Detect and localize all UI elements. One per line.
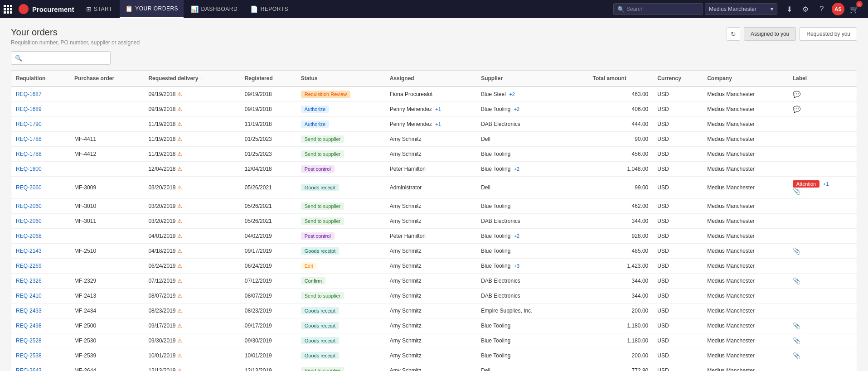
attach-icon: 📎 <box>793 352 800 359</box>
warning-icon: ⚠ <box>177 337 182 344</box>
requisition-cell[interactable]: REQ-2143 <box>11 244 70 259</box>
download-icon[interactable]: ⬇ <box>783 3 795 15</box>
po-cell <box>70 229 144 244</box>
requisition-cell[interactable]: REQ-2269 <box>11 259 70 274</box>
requested-delivery-cell: 03/20/2019 ⚠ <box>144 214 240 229</box>
amount-cell: 90.00 <box>588 132 653 147</box>
requisition-cell[interactable]: REQ-2538 <box>11 348 70 363</box>
requisition-cell[interactable]: REQ-2060 <box>11 199 70 214</box>
table-row[interactable]: REQ-206804/01/2019 ⚠04/02/2019Post contr… <box>11 229 857 244</box>
label-cell <box>788 117 857 132</box>
currency-cell: USD <box>653 229 703 244</box>
nav-your-orders[interactable]: 📋 YOUR ORDERS <box>120 0 184 18</box>
requisition-cell[interactable]: REQ-2433 <box>11 304 70 318</box>
amount-cell: 1,180.00 <box>588 333 653 348</box>
table-row[interactable]: REQ-2060MF-301003/20/2019 ⚠05/26/2021Sen… <box>11 199 857 214</box>
supplier-cell: Blue Tooling <box>476 199 588 214</box>
table-row[interactable]: REQ-2498MF-250009/17/2019 ⚠09/17/2019Goo… <box>11 318 857 333</box>
table-row[interactable]: REQ-2643MF-264412/13/2019 ⚠12/13/2019Sen… <box>11 363 857 371</box>
warning-icon: ⚠ <box>177 151 182 157</box>
currency-cell: USD <box>653 304 703 318</box>
table-row[interactable]: REQ-1788MF-441211/19/2018 ⚠01/25/2023Sen… <box>11 147 857 162</box>
table-row[interactable]: REQ-2528MF-253009/30/2019 ⚠09/30/2019Goo… <box>11 333 857 348</box>
nav-dashboard[interactable]: 📊 DASHBOARD <box>185 0 243 18</box>
currency-cell: USD <box>653 117 703 132</box>
amount-cell: 344.00 <box>588 214 653 229</box>
table-row[interactable]: REQ-179011/19/2018 ⚠11/19/2018AuthorizeP… <box>11 117 857 132</box>
po-cell: MF-2500 <box>70 318 144 333</box>
requested-delivery-cell: 11/19/2018 ⚠ <box>144 132 240 147</box>
requisition-cell[interactable]: REQ-2643 <box>11 363 70 371</box>
status-badge: Send to supplier <box>301 135 344 143</box>
registered-cell: 01/25/2023 <box>240 132 296 147</box>
requisition-cell[interactable]: REQ-2326 <box>11 274 70 289</box>
table-row[interactable]: REQ-168709/19/2018 ⚠09/19/2018Requisitio… <box>11 87 857 102</box>
table-search-input[interactable] <box>25 55 107 61</box>
company-selector[interactable]: Medius Manchester ▾ <box>705 3 777 15</box>
status-cell: Goods receipt <box>296 244 385 259</box>
requisition-cell[interactable]: REQ-2410 <box>11 289 70 304</box>
requisition-cell[interactable]: REQ-1788 <box>11 147 70 162</box>
table-row[interactable]: REQ-1788MF-441111/19/2018 ⚠01/25/2023Sen… <box>11 132 857 147</box>
table-row[interactable]: REQ-2410MF-241308/07/2019 ⚠08/07/2019Sen… <box>11 289 857 304</box>
table-row[interactable]: REQ-168909/19/2018 ⚠09/19/2018AuthorizeP… <box>11 102 857 117</box>
requisition-cell[interactable]: REQ-2528 <box>11 333 70 348</box>
requisition-cell[interactable]: REQ-2060 <box>11 214 70 229</box>
requisition-cell[interactable]: REQ-1689 <box>11 102 70 117</box>
company-cell: Medius Manchester <box>703 177 788 199</box>
table-row[interactable]: REQ-2143MF-251004/18/2019 ⚠09/17/2019Goo… <box>11 244 857 259</box>
avatar[interactable]: AS <box>832 3 844 15</box>
table-row[interactable]: REQ-2326MF-232907/12/2019 ⚠07/12/2019Con… <box>11 274 857 289</box>
requisition-cell[interactable]: REQ-1790 <box>11 117 70 132</box>
requisition-cell[interactable]: REQ-1788 <box>11 132 70 147</box>
requisition-cell[interactable]: REQ-1800 <box>11 162 70 177</box>
table-row[interactable]: REQ-2060MF-300903/20/2019 ⚠05/26/2021Goo… <box>11 177 857 199</box>
nav-start[interactable]: ⊞ START <box>81 0 118 18</box>
refresh-button[interactable]: ↻ <box>727 27 740 41</box>
company-cell: Medius Manchester <box>703 162 788 177</box>
global-search[interactable]: 🔍 <box>613 3 703 15</box>
nav-reports[interactable]: 📄 REPORTS <box>245 0 294 18</box>
assigned-to-you-button[interactable]: Assigned to you <box>744 27 796 41</box>
currency-cell: USD <box>653 274 703 289</box>
currency-cell: USD <box>653 162 703 177</box>
supplier-cell: Blue Tooling +2 <box>476 102 588 117</box>
assigned-cell: Amy Schmitz <box>385 289 477 304</box>
settings-icon[interactable]: ⚙ <box>799 3 812 15</box>
requested-by-you-button[interactable]: Requested by you <box>800 27 857 41</box>
supplier-cell: Blue Tooling <box>476 244 588 259</box>
label-cell: Attention+1 📎 <box>788 177 857 199</box>
table-row[interactable]: REQ-226906/24/2019 ⚠06/24/2019EditAmy Sc… <box>11 259 857 274</box>
supplier-extra: +3 <box>514 263 520 269</box>
label-cell: 💬 <box>788 102 857 117</box>
app-name: Procurement <box>32 5 74 13</box>
help-icon[interactable]: ? <box>815 3 828 15</box>
currency-cell: USD <box>653 318 703 333</box>
requisition-cell[interactable]: REQ-2060 <box>11 177 70 199</box>
requested-delivery-cell: 03/20/2019 ⚠ <box>144 199 240 214</box>
supplier-extra: +2 <box>509 92 515 97</box>
table-row[interactable]: REQ-2060MF-301103/20/2019 ⚠05/26/2021Sen… <box>11 214 857 229</box>
requisition-cell[interactable]: REQ-2068 <box>11 229 70 244</box>
cart-button[interactable]: 🛒 2 <box>848 3 861 15</box>
amount-cell: 1,423.00 <box>588 259 653 274</box>
table-search[interactable]: 🔍 <box>11 51 111 65</box>
requisition-cell[interactable]: REQ-1687 <box>11 87 70 102</box>
requisition-cell[interactable]: REQ-2498 <box>11 318 70 333</box>
page-title: Your orders <box>11 27 140 38</box>
table-row[interactable]: REQ-2433MF-243408/23/2019 ⚠08/23/2019Goo… <box>11 304 857 318</box>
assigned-cell: Amy Schmitz <box>385 304 477 318</box>
col-company: Company <box>703 71 788 87</box>
warning-icon: ⚠ <box>177 248 182 254</box>
assigned-cell: Amy Schmitz <box>385 333 477 348</box>
grid-icon[interactable] <box>4 5 12 14</box>
status-cell: Send to supplier <box>296 199 385 214</box>
table-row[interactable]: REQ-2538MF-253910/01/2019 ⚠10/01/2019Goo… <box>11 348 857 363</box>
currency-cell: USD <box>653 199 703 214</box>
assigned-cell: Amy Schmitz <box>385 214 477 229</box>
table-row[interactable]: REQ-180012/04/2018 ⚠12/04/2018Post contr… <box>11 162 857 177</box>
sort-icon[interactable]: ↑ <box>201 76 203 81</box>
assigned-cell: Amy Schmitz <box>385 244 477 259</box>
global-search-input[interactable] <box>626 6 699 12</box>
requested-delivery-cell: 04/18/2019 ⚠ <box>144 244 240 259</box>
